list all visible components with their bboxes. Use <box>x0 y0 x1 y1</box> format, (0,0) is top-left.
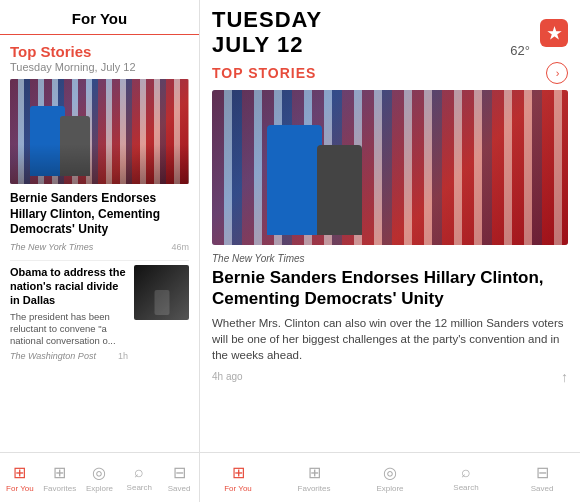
right-header-day: TUESDAY <box>212 8 530 32</box>
saved-label: Saved <box>168 484 191 493</box>
left-header-title: For You <box>72 10 127 27</box>
chevron-right-icon: › <box>556 67 560 79</box>
left-second-story-title: Obama to address the nation's racial div… <box>10 265 128 308</box>
left-nav-foryou[interactable]: ⊞ For You <box>0 463 40 493</box>
left-section-title: Top Stories <box>10 43 189 60</box>
left-hero-story-meta: The New York Times 46m <box>10 242 189 252</box>
right-explore-label: Explore <box>376 484 403 493</box>
right-explore-icon: ◎ <box>383 463 397 482</box>
right-story-time: 4h ago <box>212 371 243 382</box>
right-story-description: Whether Mrs. Clinton can also win over t… <box>212 315 568 363</box>
right-header-bottom: JULY 12 62° <box>212 32 530 58</box>
right-flags-background <box>212 90 568 245</box>
left-nav-favorites[interactable]: ⊞ Favorites <box>40 463 80 493</box>
left-hero-story-source: The New York Times <box>10 242 93 252</box>
right-section-arrow-button[interactable]: › <box>546 62 568 84</box>
left-nav-saved[interactable]: ⊟ Saved <box>159 463 199 493</box>
left-header: For You <box>0 0 199 35</box>
right-story-title[interactable]: Bernie Sanders Endorses Hillary Clinton,… <box>212 267 568 310</box>
foryou-icon: ⊞ <box>13 463 26 482</box>
right-bottom-nav: ⊞ For You ⊞ Favorites ◎ Explore ⌕ Search… <box>200 452 580 502</box>
right-favorites-label: Favorites <box>298 484 331 493</box>
right-section-row: TOP STORIES › <box>212 62 568 84</box>
favorites-label: Favorites <box>43 484 76 493</box>
left-hero-story-title[interactable]: Bernie Sanders Endorses Hillary Clinton,… <box>10 191 189 238</box>
left-nav-search[interactable]: ⌕ Search <box>119 463 159 492</box>
right-hero-figure-left <box>267 125 322 235</box>
left-content: Top Stories Tuesday Morning, July 12 Ber… <box>0 35 199 452</box>
left-second-story[interactable]: Obama to address the nation's racial div… <box>10 265 189 361</box>
right-search-icon: ⌕ <box>461 463 471 481</box>
left-second-story-text: Obama to address the nation's racial div… <box>10 265 128 361</box>
right-search-label: Search <box>453 483 478 492</box>
right-header: TUESDAY JULY 12 62° ★ <box>200 0 580 62</box>
right-header-date: JULY 12 <box>212 32 303 58</box>
favorites-icon: ⊞ <box>53 463 66 482</box>
right-saved-label: Saved <box>531 484 554 493</box>
right-nav-saved[interactable]: ⊟ Saved <box>504 463 580 493</box>
right-favorites-icon: ⊞ <box>308 463 321 482</box>
saved-icon: ⊟ <box>173 463 186 482</box>
foryou-label: For You <box>6 484 34 493</box>
left-second-story-desc: The president has been reluctant to conv… <box>10 311 128 348</box>
hero-figure-right <box>60 116 90 176</box>
right-saved-icon: ⊟ <box>536 463 549 482</box>
right-nav-favorites[interactable]: ⊞ Favorites <box>276 463 352 493</box>
share-icon[interactable]: ↑ <box>561 369 568 385</box>
left-second-story-source: The Washington Post <box>10 351 96 361</box>
right-hero-image <box>212 90 568 245</box>
left-second-story-thumb <box>134 265 189 320</box>
left-bottom-nav: ⊞ For You ⊞ Favorites ◎ Explore ⌕ Search… <box>0 452 199 502</box>
news-logo-letter: ★ <box>547 24 561 43</box>
right-nav-explore[interactable]: ◎ Explore <box>352 463 428 493</box>
right-story-source: The New York Times <box>212 253 568 264</box>
right-header-temp: 62° <box>510 43 530 58</box>
right-foryou-icon: ⊞ <box>232 463 245 482</box>
right-hero-figure-right <box>317 145 362 235</box>
right-foryou-label: For You <box>224 484 252 493</box>
left-section-date: Tuesday Morning, July 12 <box>10 61 189 73</box>
explore-icon: ◎ <box>92 463 106 482</box>
left-divider <box>10 260 189 261</box>
right-nav-foryou[interactable]: ⊞ For You <box>200 463 276 493</box>
explore-label: Explore <box>86 484 113 493</box>
left-nav-explore[interactable]: ◎ Explore <box>80 463 120 493</box>
right-story-time-row: 4h ago ↑ <box>212 369 568 385</box>
left-hero-story-time: 46m <box>171 242 189 252</box>
search-icon: ⌕ <box>134 463 144 481</box>
right-section-title: TOP STORIES <box>212 65 316 81</box>
left-panel: For You Top Stories Tuesday Morning, Jul… <box>0 0 200 502</box>
apple-news-logo: ★ <box>540 19 568 47</box>
right-content: TOP STORIES › The New York Times Bernie … <box>200 62 580 452</box>
left-hero-image <box>10 79 189 184</box>
search-label: Search <box>127 483 152 492</box>
right-panel: TUESDAY JULY 12 62° ★ TOP STORIES › The … <box>200 0 580 502</box>
left-second-story-time: 1h <box>118 351 128 361</box>
right-nav-search[interactable]: ⌕ Search <box>428 463 504 492</box>
